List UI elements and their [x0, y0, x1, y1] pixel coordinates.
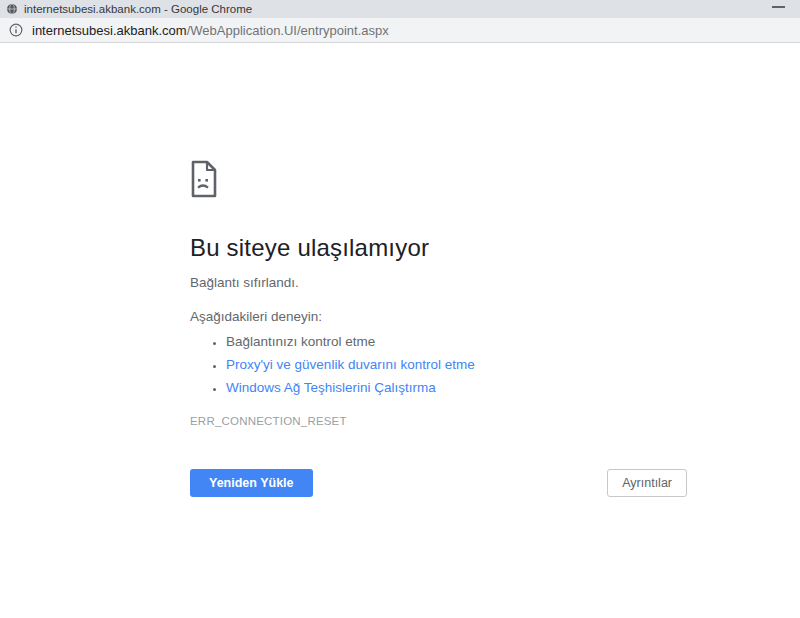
window-title: internetsubesi.akbank.com - Google Chrom… — [24, 0, 252, 18]
url-text: internetsubesi.akbank.com/WebApplication… — [32, 23, 389, 38]
button-row: Yeniden Yükle Ayrıntılar — [190, 469, 687, 497]
suggestion-label: Bağlantınızı kontrol etme — [226, 334, 375, 349]
url-path: /WebApplication.UI/entrypoint.aspx — [187, 23, 389, 38]
url-domain: internetsubesi.akbank.com — [32, 23, 187, 38]
network-diagnostics-link[interactable]: Windows Ağ Teşhislerini Çalıştırma — [226, 380, 436, 395]
suggestion-item: Proxy'yi ve güvenlik duvarını kontrol et… — [226, 353, 687, 376]
error-page: Bu siteye ulaşılamıyor Bağlantı sıfırlan… — [0, 160, 800, 618]
info-icon[interactable] — [9, 23, 23, 37]
minimize-icon[interactable] — [772, 6, 785, 8]
suggestion-item: Windows Ağ Teşhislerini Çalıştırma — [226, 376, 687, 399]
suggestions-title: Aşağıdakileri deneyin: — [190, 308, 687, 326]
proxy-firewall-link[interactable]: Proxy'yi ve güvenlik duvarını kontrol et… — [226, 357, 475, 372]
globe-icon — [6, 3, 18, 15]
address-bar: internetsubesi.akbank.com/WebApplication… — [0, 18, 800, 43]
details-button[interactable]: Ayrıntılar — [607, 469, 687, 497]
reload-button[interactable]: Yeniden Yükle — [190, 469, 313, 497]
error-message: Bağlantı sıfırlandı. — [190, 274, 687, 292]
suggestion-item: Bağlantınızı kontrol etme — [226, 330, 687, 353]
error-heading: Bu siteye ulaşılamıyor — [190, 234, 687, 262]
window-titlebar: internetsubesi.akbank.com - Google Chrom… — [0, 0, 800, 18]
error-code: ERR_CONNECTION_RESET — [190, 415, 687, 427]
sad-file-icon — [190, 160, 218, 198]
suggestions-list: Bağlantınızı kontrol etme Proxy'yi ve gü… — [190, 330, 687, 399]
